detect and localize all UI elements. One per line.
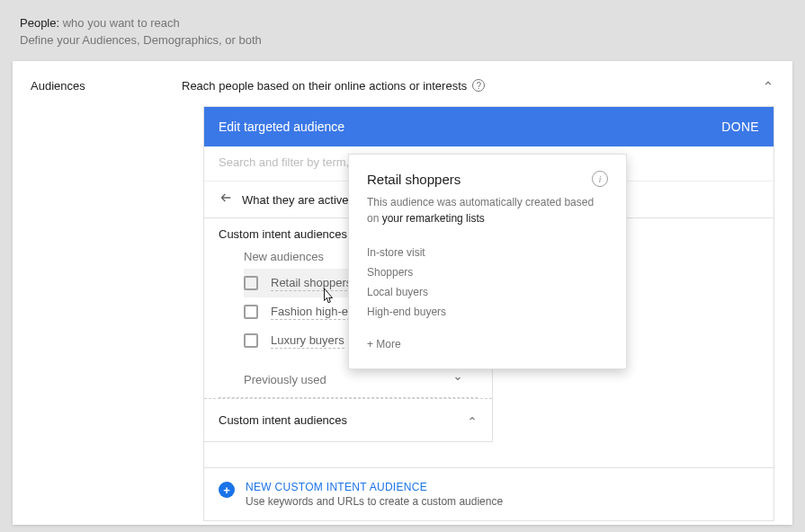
header-subline: Define your Audiences, Demographics, or … — [20, 33, 785, 47]
info-icon[interactable]: i — [592, 171, 608, 187]
chevron-down-icon — [452, 373, 463, 386]
tooltip-list: In-store visit Shoppers Local buyers Hig… — [367, 243, 608, 322]
checkbox-icon[interactable] — [244, 305, 258, 319]
new-cia-title: NEW CUSTOM INTENT AUDIENCE — [246, 481, 503, 493]
plus-icon: + — [219, 482, 235, 498]
collapse-button[interactable] — [762, 77, 774, 93]
checkbox-icon[interactable] — [244, 276, 258, 290]
chevron-up-icon — [762, 77, 774, 90]
back-arrow-icon — [219, 191, 237, 208]
tooltip-more-link[interactable]: + More — [367, 338, 608, 350]
main-card: Audiences Reach people based on their on… — [13, 61, 792, 525]
header-people-desc: who you want to reach — [63, 16, 180, 30]
section-audiences-label: Audiences — [31, 79, 182, 93]
edit-audience-panel: Edit targeted audience DONE Search and f… — [203, 106, 774, 521]
tooltip-item: Shoppers — [367, 262, 608, 282]
tooltip-item: Local buyers — [367, 282, 608, 302]
help-icon[interactable]: ? — [472, 79, 485, 92]
chevron-up-icon — [467, 413, 478, 427]
new-cia-desc: Use keywords and URLs to create a custom… — [246, 495, 503, 508]
tooltip-title: Retail shoppers — [367, 172, 461, 187]
done-button[interactable]: DONE — [721, 120, 759, 134]
tooltip-description: This audience was automatically created … — [367, 194, 608, 226]
checkbox-icon[interactable] — [244, 333, 258, 348]
header-people-label: People: — [20, 16, 59, 30]
new-custom-intent-audience-button[interactable]: + NEW CUSTOM INTENT AUDIENCE Use keyword… — [204, 467, 774, 520]
tooltip-item: High-end buyers — [367, 302, 608, 322]
page-header: People: who you want to reach Define you… — [2, 2, 803, 58]
audience-tooltip: Retail shoppers i This audience was auto… — [348, 154, 627, 369]
app-root: People: who you want to reach Define you… — [2, 2, 803, 530]
panel-header: Edit targeted audience DONE — [204, 107, 774, 146]
custom-intent-audiences-row[interactable]: Custom intent audiences — [204, 399, 492, 442]
panel-title: Edit targeted audience — [219, 120, 344, 134]
tooltip-item: In-store visit — [367, 243, 608, 262]
reach-description: Reach people based on their online actio… — [182, 79, 467, 93]
